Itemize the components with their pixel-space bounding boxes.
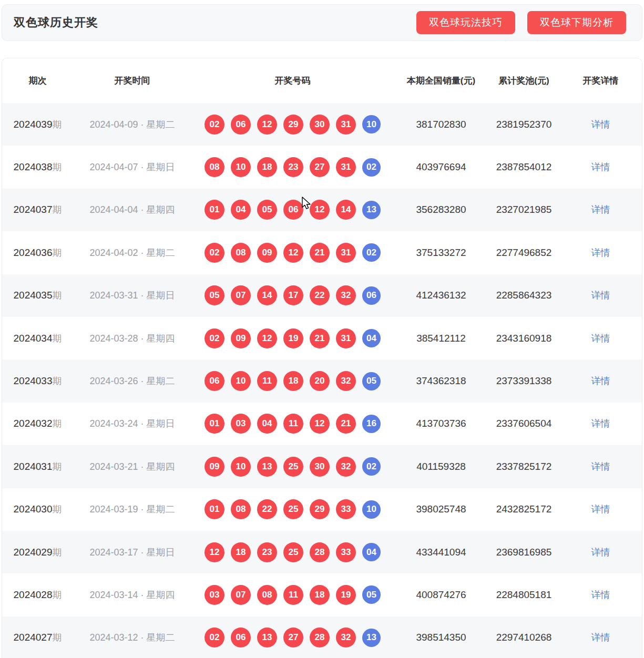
red-ball: 19 [283,328,303,348]
details-link[interactable]: 详情 [591,162,610,172]
period-cell: 2024033期 [2,375,73,387]
red-ball: 32 [336,457,356,477]
details-link[interactable]: 详情 [591,461,610,472]
table-row: 2024028期 2024-03-14 · 星期四 03070811181905… [2,573,642,616]
blue-ball: 05 [362,372,381,390]
red-ball: 25 [283,542,303,562]
red-ball: 08 [231,243,251,263]
red-ball: 09 [231,328,251,348]
red-ball: 31 [336,328,356,348]
details-link[interactable]: 详情 [591,333,610,344]
draw-time-cell: 2024-03-17 · 星期日 [73,546,191,559]
period-cell: 2024029期 [2,546,73,559]
details-link[interactable]: 详情 [591,248,610,258]
pool-cell: 2369816985 [488,547,559,558]
draw-time-cell: 2024-03-21 · 星期四 [73,460,191,473]
red-ball: 27 [283,628,303,647]
column-header-draw-time: 开奖时间 [73,75,191,87]
blue-ball: 02 [362,457,381,476]
pool-cell: 2337606504 [488,418,559,429]
red-ball: 05 [205,285,224,305]
draw-time-cell: 2024-04-02 · 星期二 [73,246,191,259]
pool-cell: 2284805181 [488,589,559,601]
red-ball: 18 [283,371,303,391]
red-ball: 32 [336,371,356,391]
numbers-cell: 06101118203205 [191,371,394,391]
sales-cell: 412436132 [394,290,488,301]
page-title: 双色球历史开奖 [14,15,98,30]
red-ball: 22 [257,499,277,519]
red-ball: 19 [336,585,356,605]
red-ball: 08 [205,157,224,177]
blue-ball: 05 [362,585,381,604]
play-tips-button[interactable]: 双色球玩法技巧 [416,11,515,34]
numbers-cell: 02061229303110 [191,115,394,135]
draw-time-cell: 2024-03-14 · 星期四 [73,589,191,601]
red-ball: 01 [205,499,224,519]
next-draw-analysis-button[interactable]: 双色球下期分析 [527,11,626,34]
red-ball: 09 [205,457,224,477]
red-ball: 06 [231,115,251,135]
column-header-pool: 累计奖池(元) [488,75,559,87]
red-ball: 02 [205,328,224,348]
red-ball: 10 [231,371,251,391]
pool-cell: 2373391338 [488,375,559,387]
red-ball: 22 [310,285,330,305]
red-ball: 09 [257,243,277,263]
sales-cell: 375133272 [394,247,488,259]
red-ball: 27 [310,157,330,177]
numbers-cell: 02061327283213 [191,628,394,647]
red-ball: 11 [283,585,303,605]
details-link[interactable]: 详情 [591,204,610,215]
draw-time-cell: 2024-03-28 · 星期四 [73,332,191,345]
red-ball: 07 [231,585,251,605]
details-link[interactable]: 详情 [591,290,610,301]
details-link[interactable]: 详情 [591,504,610,515]
draw-time-cell: 2024-04-07 · 星期日 [73,161,191,173]
red-ball: 20 [310,371,330,391]
column-header-details: 开奖详情 [559,75,642,87]
details-link[interactable]: 详情 [591,547,610,558]
blue-ball: 02 [362,158,381,177]
blue-ball: 16 [362,415,381,433]
details-link[interactable]: 详情 [591,632,610,643]
red-ball: 29 [310,499,330,519]
red-ball: 12 [257,115,277,135]
results-table: 期次 开奖时间 开奖号码 本期全国销量(元) 累计奖池(元) 开奖详情 2024… [2,58,642,658]
pool-cell: 2277496852 [488,247,559,259]
red-ball: 14 [336,200,356,220]
table-row: 2024034期 2024-03-28 · 星期四 02091219213104… [2,317,642,359]
red-ball: 25 [283,457,303,477]
red-ball: 18 [231,542,251,562]
red-ball: 25 [283,499,303,519]
period-cell: 2024036期 [2,246,73,259]
period-cell: 2024031期 [2,460,73,473]
pool-cell: 2343160918 [488,333,559,344]
red-ball: 10 [231,157,251,177]
table-row: 2024031期 2024-03-21 · 星期四 09101325303202… [2,445,642,488]
sales-cell: 398025748 [394,503,488,515]
red-ball: 21 [336,414,356,434]
draw-time-cell: 2024-04-09 · 星期二 [73,118,191,131]
red-ball: 02 [205,628,224,647]
numbers-cell: 02091219213104 [191,328,394,348]
red-ball: 10 [231,457,251,477]
period-cell: 2024034期 [2,332,73,345]
red-ball: 31 [336,115,356,135]
blue-ball: 02 [362,243,381,262]
details-link[interactable]: 详情 [591,418,610,429]
red-ball: 11 [283,414,303,434]
red-ball: 01 [205,414,224,434]
sales-cell: 398514350 [394,632,488,643]
details-link[interactable]: 详情 [591,119,610,130]
table-header-row: 期次 开奖时间 开奖号码 本期全国销量(元) 累计奖池(元) 开奖详情 [2,58,642,103]
red-ball: 13 [257,628,277,647]
page-header: 双色球历史开奖 双色球玩法技巧 双色球下期分析 [2,4,642,41]
table-body: 2024039期 2024-04-09 · 星期二 02061229303110… [2,103,642,658]
red-ball: 07 [231,285,251,305]
details-link[interactable]: 详情 [591,590,610,600]
table-row: 2024027期 2024-03-12 · 星期二 02061327283213… [2,616,642,658]
details-link[interactable]: 详情 [591,376,610,386]
sales-cell: 400874276 [394,589,488,601]
period-cell: 2024030期 [2,503,73,516]
